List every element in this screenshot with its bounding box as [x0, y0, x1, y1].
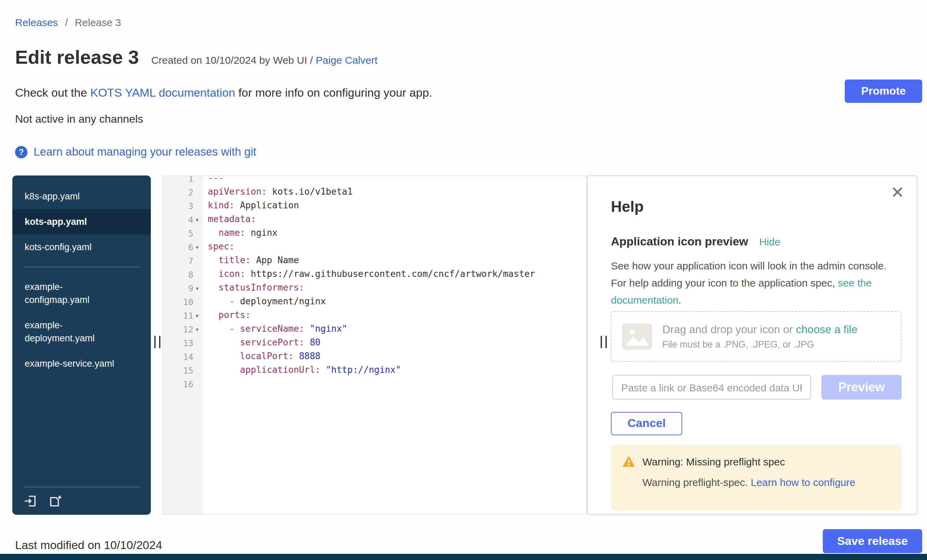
code-line[interactable]: applicationUrl: "http://nginx": [208, 363, 586, 377]
breadcrumb-current: Release 3: [75, 17, 121, 28]
line-number: 15: [163, 363, 203, 377]
file-tree-item[interactable]: kots-app.yaml: [12, 209, 151, 234]
fold-arrow-icon[interactable]: ▾: [193, 325, 201, 333]
line-number: 5: [163, 226, 203, 240]
author-link[interactable]: Paige Calvert: [316, 54, 377, 66]
code-line[interactable]: ports:: [208, 308, 586, 322]
warning-line-2: Warning preflight-spec. Learn how to con…: [643, 477, 891, 488]
line-number: 3: [163, 199, 203, 212]
warning-text: Warning: Missing preflight spec: [643, 455, 785, 467]
help-panel-title: Help: [611, 198, 643, 216]
code-line[interactable]: [208, 377, 586, 391]
save-release-button[interactable]: Save release: [823, 529, 922, 553]
bottom-edge-bar: [0, 554, 927, 560]
docs-pre: Check out the: [15, 87, 90, 99]
line-number: 16: [163, 377, 203, 391]
code-line[interactable]: metadata:: [208, 212, 586, 226]
description-post: .: [678, 294, 681, 306]
kots-yaml-docs-link[interactable]: KOTS YAML documentation: [90, 87, 235, 99]
line-number: 9▾: [163, 281, 203, 295]
editor-gutter: 1234▾56▾789▾1011▾12▾13141516: [163, 176, 203, 391]
image-placeholder-icon: [621, 323, 653, 350]
help-question-icon[interactable]: ?: [15, 146, 27, 158]
editor-gutter-column: 1234▾56▾789▾1011▾12▾13141516: [163, 176, 203, 514]
breadcrumb-separator: /: [65, 17, 68, 28]
cancel-button[interactable]: Cancel: [611, 412, 682, 435]
page: Releases / Release 3 Edit release 3 Crea…: [0, 0, 927, 560]
pane-resize-handle-left[interactable]: [154, 336, 160, 348]
preflight-warning-box: Warning: Missing preflight spec Warning …: [611, 445, 902, 511]
docs-post: for more info on configuring your app.: [235, 87, 432, 99]
pane-resize-handle-right[interactable]: [600, 336, 607, 348]
line-number: 13: [163, 336, 203, 349]
git-help-row: ? Learn about managing your releases wit…: [15, 145, 256, 158]
file-tree-item[interactable]: kots-config.yaml: [12, 234, 151, 260]
fold-arrow-icon[interactable]: ▾: [193, 216, 201, 223]
help-panel: ✕ Help Application icon preview Hide See…: [587, 176, 917, 515]
code-line[interactable]: servicePort: 80: [208, 336, 586, 349]
breadcrumb: Releases / Release 3: [15, 17, 121, 28]
import-file-icon[interactable]: [23, 494, 37, 508]
promote-button[interactable]: Promote: [845, 79, 922, 103]
code-line[interactable]: statusInformers:: [208, 281, 586, 295]
code-line[interactable]: name: nginx: [208, 226, 586, 240]
icon-dropzone[interactable]: Drag and drop your icon or choose a file…: [611, 311, 902, 362]
code-line[interactable]: icon: https://raw.githubusercontent.com/…: [208, 267, 586, 281]
close-icon[interactable]: ✕: [891, 183, 904, 202]
docs-line: Check out the KOTS YAML documentation fo…: [15, 87, 432, 100]
dropzone-file-types: File must be a .PNG, .JPEG, or .JPG: [663, 339, 857, 349]
fold-arrow-icon[interactable]: ▾: [193, 311, 201, 319]
icon-preview-header: Application icon preview Hide: [611, 235, 780, 249]
file-tree-item[interactable]: k8s-app.yaml: [12, 184, 151, 209]
file-tree-footer: [23, 487, 140, 508]
file-tree-item[interactable]: example-service.yaml: [12, 351, 151, 376]
file-tree-item[interactable]: example-configmap.yaml: [12, 274, 151, 313]
code-line[interactable]: kind: Application: [208, 199, 586, 212]
new-file-icon[interactable]: [48, 494, 62, 508]
code-line[interactable]: localPort: 8888: [208, 349, 586, 363]
git-releases-link[interactable]: Learn about managing your releases with …: [33, 145, 256, 158]
fold-arrow-icon[interactable]: ▾: [193, 243, 201, 250]
line-number: 1: [163, 176, 203, 185]
warning-icon: [622, 455, 635, 467]
channel-status: Not active in any channels: [15, 113, 143, 126]
file-tree-list: k8s-app.yamlkots-app.yamlkots-config.yam…: [12, 184, 151, 376]
preview-button[interactable]: Preview: [821, 375, 902, 400]
breadcrumb-releases-link[interactable]: Releases: [15, 17, 58, 28]
code-line[interactable]: - serviceName: "nginx": [208, 322, 586, 336]
created-text: Created on 10/10/2024 by Web UI / Paige …: [151, 54, 377, 66]
dropzone-text: Drag and drop your icon or choose a file…: [663, 323, 857, 349]
line-number: 14: [163, 349, 203, 363]
learn-how-to-configure-link[interactable]: Learn how to configure: [751, 477, 856, 488]
icon-url-input[interactable]: [612, 375, 811, 400]
code-line[interactable]: title: App Name: [208, 253, 586, 267]
line-number: 2: [163, 185, 203, 199]
editor-code-area[interactable]: ---apiVersion: kots.io/v1beta1kind: Appl…: [203, 176, 586, 514]
file-tree-item[interactable]: example-deployment.yaml: [12, 313, 151, 351]
code-line[interactable]: ---: [208, 176, 586, 185]
created-prefix: Created on 10/10/2024 by Web UI /: [151, 54, 313, 66]
choose-file-link[interactable]: choose a file: [796, 323, 858, 335]
yaml-editor[interactable]: 1234▾56▾789▾1011▾12▾13141516 ---apiVersi…: [163, 176, 587, 515]
line-number: 7: [163, 253, 203, 267]
file-tree-divider: [23, 267, 140, 267]
dropzone-line1: Drag and drop your icon or: [663, 323, 796, 335]
code-line[interactable]: apiVersion: kots.io/v1beta1: [208, 185, 586, 199]
line-number: 12▾: [163, 322, 203, 336]
line-number: 4▾: [163, 212, 203, 226]
page-title: Edit release 3: [15, 47, 139, 68]
last-modified-text: Last modified on 10/10/2024: [15, 539, 162, 552]
title-row: Edit release 3 Created on 10/10/2024 by …: [15, 47, 377, 68]
warning-line2-pre: Warning preflight-spec.: [643, 477, 751, 488]
code-line[interactable]: - deployment/nginx: [208, 295, 586, 308]
code-line[interactable]: spec:: [208, 240, 586, 253]
fold-arrow-icon[interactable]: ▾: [193, 284, 201, 291]
editor-code: ---apiVersion: kots.io/v1beta1kind: Appl…: [208, 176, 586, 391]
icon-preview-description: See how your application icon will look …: [611, 257, 902, 308]
line-number: 6▾: [163, 240, 203, 253]
hide-link[interactable]: Hide: [759, 236, 781, 247]
line-number: 10: [163, 295, 203, 308]
line-number: 11▾: [163, 308, 203, 322]
icon-preview-title: Application icon preview: [611, 235, 748, 249]
line-number: 8: [163, 267, 203, 281]
